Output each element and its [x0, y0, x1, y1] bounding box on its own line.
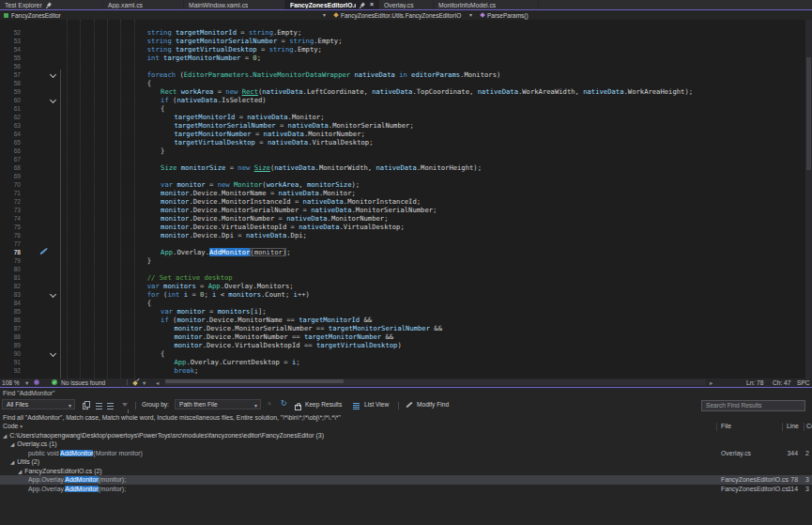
code-line[interactable]: 83for (int i = 0; i < monitors.Count; i+… [0, 290, 804, 299]
code-line[interactable]: 84{ [0, 299, 804, 307]
code-line[interactable]: 88monitor.Device.MonitorNumber == target… [0, 332, 804, 341]
code-line[interactable]: 61{ [0, 104, 804, 113]
code-line[interactable]: 67 [0, 155, 804, 163]
code-line[interactable]: 70var monitor = new Monitor(workArea, mo… [0, 180, 804, 189]
code-line[interactable]: 90{ [0, 349, 804, 358]
code-line[interactable]: 89monitor.Device.VirtualDesktopId == tar… [0, 341, 804, 349]
code-line[interactable]: 64targetMonitorNumber = nativeData.Monit… [0, 130, 804, 138]
close-icon[interactable]: × [370, 2, 374, 8]
fold-chevron-icon[interactable] [50, 70, 56, 77]
code-line[interactable]: 75monitor.Device.VirtualDesktopId = nati… [0, 223, 804, 231]
hscroll-right-icon[interactable]: ▸ [710, 379, 712, 387]
find-result-row[interactable]: App.Overlay.AddMonitor(monitor);FancyZon… [0, 485, 812, 494]
column-divider[interactable] [804, 423, 804, 431]
chevron-down-icon[interactable]: ▾ [469, 11, 472, 18]
fold-chevron-icon[interactable] [50, 290, 56, 297]
tab-mainwindow-xaml-cs[interactable]: MainWindow.xaml.cs [184, 0, 285, 9]
code-line[interactable]: 52string targetMonitorId = string.Empty; [0, 28, 804, 37]
issues-status[interactable]: No issues found [61, 379, 105, 386]
expand-all-icon[interactable] [107, 402, 114, 403]
code-column-header[interactable]: Code ▾ [3, 423, 23, 429]
code-line[interactable]: 86if (monitor.Device.MonitorName == targ… [0, 316, 804, 324]
find-group-row[interactable]: ◢Overlay.cs (1) [0, 440, 812, 449]
code-line[interactable]: 56 [0, 62, 804, 70]
group-by-dropdown[interactable]: Path then File ▾ [175, 399, 261, 409]
scope-dropdown[interactable]: All Files ▾ [2, 399, 75, 409]
copy-icon[interactable] [82, 401, 89, 409]
pin-icon[interactable] [47, 2, 52, 7]
tree-expanded-icon[interactable]: ◢ [10, 441, 14, 447]
code-line[interactable]: 87monitor.Device.MonitorSerialNumber == … [0, 324, 804, 332]
type-dropdown[interactable]: FancyZonesEditor.Utils.FancyZonesEditorI… [334, 10, 461, 20]
zoom-level[interactable]: 108 % [2, 379, 20, 386]
code-line[interactable]: 65targetVirtualDesktop = nativeData.Virt… [0, 138, 804, 147]
code-line[interactable]: 77 [0, 239, 804, 248]
code-line[interactable]: 57foreach (EditorParameters.NativeMonito… [0, 70, 804, 79]
line-column-header[interactable]: Line [787, 423, 799, 429]
code-line[interactable]: 55int targetMonitorNumber = 0; [0, 54, 804, 62]
tree-expanded-icon[interactable]: ◢ [3, 433, 7, 439]
code-line[interactable]: 59Rect workArea = new Rect(nativeData.Le… [0, 87, 804, 96]
code-line[interactable]: 74monitor.Device.MonitorNumber = nativeD… [0, 214, 804, 223]
code-line[interactable]: 66} [0, 147, 804, 155]
project-dropdown[interactable]: FancyZonesEditor [4, 10, 61, 20]
search-find-results-input[interactable]: Search Find Results [701, 400, 805, 411]
find-group-row[interactable]: ◢C:\Users\zhaopengwang\Desktop\powertoys… [0, 431, 812, 440]
fold-chevron-icon[interactable] [50, 349, 56, 356]
col-column-header[interactable]: Col [806, 423, 812, 429]
list-view-button[interactable]: List View [364, 401, 389, 408]
horizontal-scrollbar[interactable] [165, 379, 706, 385]
code-line[interactable]: 79} [0, 256, 804, 265]
hscroll-left-icon[interactable]: ◂ [156, 379, 159, 387]
code-line[interactable]: 82var monitors = App.Overlay.Monitors; [0, 282, 804, 290]
clear-results-icon[interactable]: × [268, 400, 275, 408]
code-line[interactable]: 71monitor.Device.MonitorName = nativeDat… [0, 189, 804, 197]
refresh-icon[interactable]: ↻ [281, 399, 288, 407]
tree-expanded-icon[interactable]: ◢ [10, 459, 14, 465]
code-line[interactable]: 69 [0, 172, 804, 180]
code-line[interactable]: 92break; [0, 366, 804, 375]
find-group-row[interactable]: ◢FancyZonesEditorIO.cs (2) [0, 467, 812, 476]
pin-icon[interactable] [360, 2, 365, 7]
codelens-icon[interactable] [34, 379, 39, 385]
collapse-all-icon[interactable] [96, 402, 102, 403]
code-line[interactable]: 85var monitor = monitors[i]; [0, 307, 804, 316]
code-line[interactable]: 63targetMonitorSerialNumber = nativeData… [0, 121, 804, 130]
modify-find-button[interactable]: Modify Find [417, 401, 449, 408]
code-line[interactable]: 91App.Overlay.CurrentDesktop = i; [0, 358, 804, 366]
code-line[interactable]: 81// Set active desktop [0, 273, 804, 282]
file-column-header[interactable]: File [721, 423, 731, 429]
code-line[interactable]: 76monitor.Device.Dpi = nativeData.Dpi; [0, 231, 804, 239]
code-editor[interactable]: 52string targetMonitorId = string.Empty;… [0, 20, 812, 378]
code-line[interactable]: 80 [0, 265, 804, 273]
code-line[interactable]: 53string targetMonitorSerialNumber = str… [0, 37, 804, 45]
column-divider[interactable] [782, 423, 783, 431]
code-line[interactable]: 68Size monitorSize = new Size(nativeData… [0, 163, 804, 172]
zoom-caret-icon[interactable]: ▾ [25, 379, 28, 387]
code-line[interactable]: 73monitor.Device.MonitorSerialNumber = n… [0, 206, 804, 214]
member-dropdown[interactable]: ParseParams() [481, 10, 529, 20]
code-cleanup-icon[interactable] [133, 379, 140, 386]
modify-find-pencil-icon[interactable] [406, 401, 412, 408]
find-group-row[interactable]: ◢Utils (2) [0, 457, 812, 467]
code-line[interactable]: 60if (nativeData.IsSelected) [0, 96, 804, 104]
vertical-scrollbar-thumb[interactable] [806, 57, 811, 170]
tab-overlay-cs[interactable]: Overlay.cs [379, 0, 434, 9]
cleanup-caret-icon[interactable]: ▾ [143, 379, 146, 387]
tab-monitorinfomodel-cs[interactable]: MonitorInfoModel.cs [434, 0, 539, 9]
filter-icon[interactable] [122, 403, 128, 407]
column-divider[interactable] [716, 423, 717, 431]
tree-expanded-icon[interactable]: ◢ [18, 469, 22, 474]
code-line[interactable]: 54string targetVirtualDesktop = string.E… [0, 45, 804, 54]
tab-fancyzoneseditorio-cs[interactable]: FancyZonesEditorIO.cs× [285, 0, 379, 9]
list-view-icon[interactable] [353, 403, 360, 404]
fold-chevron-icon[interactable] [50, 96, 56, 102]
code-line[interactable]: 78App.Overlay.AddMonitor(monitor); [0, 248, 804, 256]
horizontal-scrollbar-thumb[interactable] [165, 379, 344, 383]
lock-icon[interactable] [295, 405, 301, 410]
find-result-row[interactable]: public void AddMonitor(Monitor monitor)O… [0, 449, 812, 458]
vertical-scrollbar[interactable] [805, 20, 812, 378]
code-line[interactable]: 72monitor.Device.MonitorInstanceId = nat… [0, 197, 804, 206]
code-line[interactable]: 62targetMonitorId = nativeData.Monitor; [0, 113, 804, 121]
tab-test-explorer[interactable]: Test Explorer [0, 0, 103, 9]
